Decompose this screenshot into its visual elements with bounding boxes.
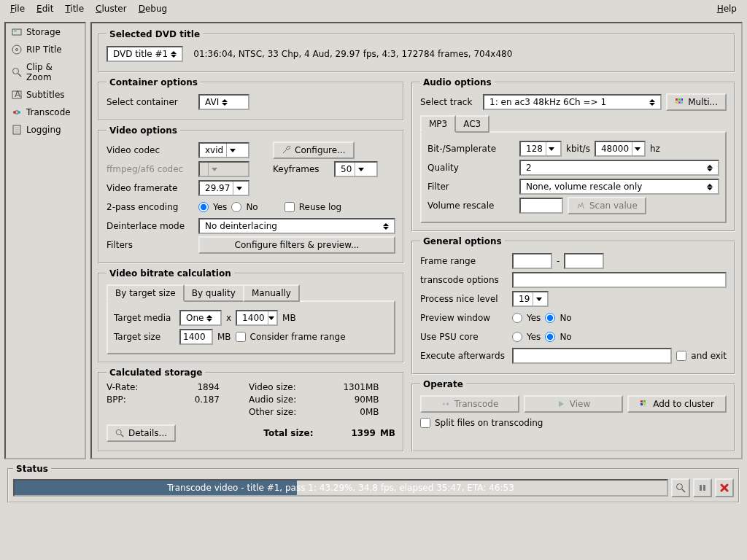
tab-manually[interactable]: Manually	[243, 284, 300, 302]
spinner-arrows-icon	[222, 99, 231, 106]
other-size-label: Other size:	[249, 407, 314, 417]
operate-legend: Operate	[420, 379, 466, 389]
psu-no-radio[interactable]	[545, 332, 555, 342]
execute-after-input[interactable]	[512, 348, 672, 364]
target-size-input[interactable]	[179, 329, 213, 345]
transcode-opts-input[interactable]	[512, 272, 727, 288]
svg-rect-17	[678, 98, 681, 101]
split-files-checkbox[interactable]	[420, 418, 430, 428]
dvd-title-select[interactable]: DVD title #1	[107, 46, 183, 62]
audio-bitrate-select[interactable]: 128	[519, 141, 562, 157]
chevron-down-icon	[546, 142, 557, 155]
svg-rect-25	[643, 400, 646, 402]
volume-rescale-label: Volume rescale	[427, 201, 515, 211]
status-group: Status Transcode video - title #1, pass …	[7, 464, 740, 503]
transcode-button: Transcode	[420, 395, 519, 413]
general-legend: General options	[420, 236, 505, 246]
twopass-no-radio[interactable]	[231, 202, 241, 212]
sidebar: Storage RIP Title Clip & Zoom A Subtitle…	[4, 22, 86, 459]
tab-mp3[interactable]: MP3	[420, 115, 456, 133]
menu-title[interactable]: Title	[59, 1, 90, 16]
sidebar-item-storage[interactable]: Storage	[6, 23, 85, 41]
configure-codec-button[interactable]: Configure...	[273, 141, 355, 159]
svg-point-22	[442, 402, 444, 405]
sidebar-item-clip[interactable]: Clip & Zoom	[6, 58, 85, 86]
other-size-value: 0	[314, 407, 365, 417]
audio-quality-label: Quality	[427, 163, 515, 173]
audio-filter-select[interactable]: None, volume rescale only	[519, 179, 719, 195]
frame-range-from-input[interactable]	[512, 253, 552, 269]
details-button[interactable]: Details...	[107, 424, 176, 442]
audio-track-select[interactable]: 1: en ac3 48kHz 6Ch => 1	[483, 94, 662, 110]
sidebar-item-logging[interactable]: Logging	[6, 121, 85, 139]
logging-icon	[12, 125, 22, 135]
frame-range-to-input[interactable]	[564, 253, 604, 269]
menu-cluster[interactable]: Cluster	[90, 1, 133, 16]
volume-rescale-input[interactable]	[519, 198, 563, 214]
add-to-cluster-button[interactable]: Add to cluster	[627, 395, 727, 413]
audio-quality-spinner[interactable]: 2	[519, 160, 719, 176]
spinner-arrows-icon	[707, 184, 716, 190]
spinner-arrows-icon	[707, 165, 716, 171]
and-exit-checkbox[interactable]	[676, 351, 686, 361]
wrench-icon	[282, 146, 290, 155]
progress-text: Transcode video - title #1, pass 1: 43.2…	[15, 481, 667, 495]
framerate-select[interactable]: 29.97	[198, 180, 249, 196]
target-media-select[interactable]: One	[179, 310, 222, 326]
twopass-yes-radio[interactable]	[198, 202, 209, 212]
deinterlace-select[interactable]: No deinterlacing	[198, 218, 395, 234]
chevron-down-icon	[533, 292, 544, 306]
close-icon	[719, 483, 729, 493]
spinner-arrows-icon	[206, 315, 215, 322]
cancel-button[interactable]	[715, 478, 734, 497]
selected-title-group: Selected DVD title DVD title #1 01:36:04…	[98, 29, 735, 73]
video-codec-select[interactable]: xvid	[198, 142, 249, 158]
keyframes-select[interactable]: 50	[334, 161, 378, 177]
svg-rect-19	[676, 101, 678, 104]
grid-icon	[640, 400, 649, 408]
audio-samplerate-select[interactable]: 48000	[595, 141, 646, 157]
bitrate-legend: Video bitrate calculation	[107, 268, 234, 279]
tab-target-size[interactable]: By target size	[107, 284, 185, 302]
frame-range-label: Frame range	[420, 256, 508, 266]
bitrate-tab-body: Target media One x 1400 MB	[107, 300, 395, 354]
sidebar-item-subtitles[interactable]: A Subtitles	[6, 86, 85, 104]
audio-track-label: Select track	[420, 97, 479, 107]
nice-level-select[interactable]: 19	[512, 291, 549, 307]
scan-value-button: Scan value	[568, 197, 646, 214]
svg-point-8	[13, 111, 16, 114]
tab-ac3[interactable]: AC3	[454, 115, 489, 133]
video-options-group: Video options Video codec xvid Configure…	[98, 125, 404, 264]
container-select[interactable]: AVI	[198, 94, 249, 110]
tab-quality[interactable]: By quality	[183, 284, 244, 302]
keyframes-label: Keyframes	[273, 164, 330, 174]
menu-file[interactable]: File	[4, 1, 31, 16]
multi-audio-button[interactable]: Multi...	[666, 93, 727, 111]
preview-yes-radio[interactable]	[512, 313, 522, 323]
audio-filter-label: Filter	[427, 182, 515, 192]
video-legend: Video options	[107, 125, 180, 136]
preview-no-radio[interactable]	[545, 313, 555, 323]
chevron-down-icon	[632, 142, 642, 155]
zoom-button[interactable]	[671, 478, 690, 497]
chevron-down-icon	[355, 163, 366, 176]
disc-size-select[interactable]: 1400	[236, 310, 278, 326]
play-icon	[557, 400, 565, 408]
svg-rect-18	[681, 98, 683, 101]
sidebar-item-label: Transcode	[26, 107, 71, 117]
menu-help[interactable]: Help	[711, 1, 743, 16]
menu-edit[interactable]: Edit	[31, 1, 59, 16]
filters-label: Filters	[107, 240, 194, 250]
sidebar-item-transcode[interactable]: Transcode	[6, 104, 85, 121]
audio-format-tabs: MP3 AC3	[420, 114, 727, 131]
sidebar-item-rip[interactable]: RIP Title	[6, 41, 85, 58]
magnifier-icon	[676, 483, 686, 493]
consider-frame-range-checkbox[interactable]	[236, 332, 246, 342]
video-size-value: 1301	[314, 382, 365, 392]
pause-button[interactable]	[693, 478, 712, 497]
psu-yes-radio[interactable]	[512, 332, 522, 342]
reuse-log-checkbox[interactable]	[285, 202, 295, 212]
menu-debug[interactable]: Debug	[133, 1, 173, 16]
calculated-storage-group: Calculated storage V-Rate: 1894 Video si…	[98, 368, 404, 452]
configure-filters-button[interactable]: Configure filters & preview...	[198, 236, 395, 254]
